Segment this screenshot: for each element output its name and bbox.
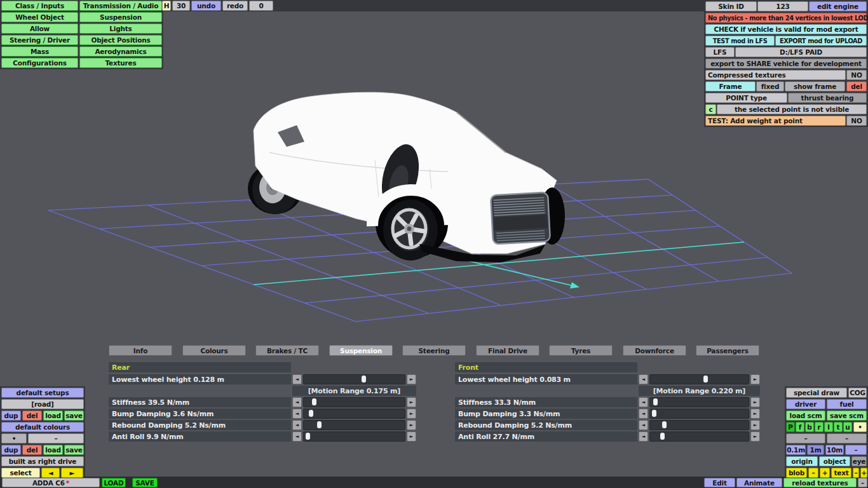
setup-save-button[interactable]: save bbox=[64, 410, 84, 421]
lfs-path[interactable]: D:/LFS PAID bbox=[735, 47, 867, 57]
eye-button[interactable]: eye bbox=[851, 456, 867, 466]
slider-right-arrow[interactable]: ► bbox=[407, 431, 416, 442]
built-right-drive-toggle[interactable]: built as right drive bbox=[1, 456, 84, 466]
skin-id-value[interactable]: 123 bbox=[757, 1, 808, 11]
tab-colours[interactable]: Colours bbox=[182, 345, 246, 356]
lfs-button[interactable]: LFS bbox=[705, 47, 735, 57]
frame-fixed-button[interactable]: fixed bbox=[756, 81, 784, 92]
flag-f-button[interactable]: f bbox=[796, 422, 804, 432]
slider-left-arrow[interactable]: ◄ bbox=[292, 397, 302, 407]
flag-dot-button[interactable]: • bbox=[853, 422, 867, 432]
text-plus-button[interactable]: + bbox=[860, 468, 867, 478]
menu-suspension[interactable]: Suspension bbox=[79, 12, 162, 22]
test-weight-toggle[interactable]: NO bbox=[846, 116, 867, 126]
reload-textures-button[interactable]: reload textures bbox=[783, 478, 857, 487]
menu-configurations[interactable]: Configurations bbox=[1, 58, 78, 68]
tab-brakes-tc[interactable]: Brakes / TC bbox=[255, 345, 319, 356]
menu-class-inputs[interactable]: Class / Inputs bbox=[1, 1, 78, 11]
select-button[interactable]: select bbox=[1, 468, 40, 478]
text-button[interactable]: text bbox=[831, 468, 851, 478]
slider-track[interactable] bbox=[649, 420, 749, 430]
cog-button[interactable]: COG bbox=[848, 388, 867, 398]
slider-track[interactable] bbox=[303, 397, 405, 407]
colour-load-button[interactable]: load bbox=[43, 445, 63, 455]
menu-aerodynamics[interactable]: Aerodynamics bbox=[79, 46, 162, 57]
test-weight-button[interactable]: TEST: Add weight at point bbox=[705, 116, 846, 126]
slider-thumb[interactable] bbox=[306, 433, 310, 440]
tab-downforce[interactable]: Downforce bbox=[623, 345, 686, 356]
tab-final-drive[interactable]: Final Drive bbox=[476, 345, 539, 356]
menu-steering-driver[interactable]: Steering / Driver bbox=[1, 35, 78, 45]
slider-right-arrow[interactable]: ► bbox=[407, 409, 416, 419]
slider-left-arrow[interactable]: ◄ bbox=[292, 431, 302, 442]
blob-button[interactable]: blob bbox=[786, 468, 807, 478]
setup-name[interactable]: [road] bbox=[1, 399, 84, 409]
slider-thumb[interactable] bbox=[312, 398, 316, 405]
menu-object-positions[interactable]: Object Positions bbox=[79, 35, 162, 45]
slider-track[interactable] bbox=[649, 409, 749, 419]
setup-dup-button[interactable]: dup bbox=[1, 410, 21, 421]
slider-left-arrow[interactable]: ◄ bbox=[292, 409, 302, 419]
slider-thumb[interactable] bbox=[703, 376, 708, 383]
text-minus-button[interactable]: – bbox=[853, 468, 859, 478]
setup-del-button[interactable]: del bbox=[22, 410, 42, 421]
colour-dot-button[interactable]: • bbox=[1, 433, 27, 444]
animate-mode-button[interactable]: Animate bbox=[736, 478, 782, 487]
setup-load-button[interactable]: load bbox=[43, 410, 63, 421]
slider-thumb[interactable] bbox=[652, 410, 656, 417]
c-button[interactable]: c bbox=[705, 104, 716, 114]
check-vehicle-button[interactable]: CHECK if vehicle is valid for mod export bbox=[705, 24, 867, 34]
tab-tyres[interactable]: Tyres bbox=[549, 345, 613, 356]
reload-dash-button[interactable]: – bbox=[858, 478, 867, 487]
point-type-value[interactable]: thrust bearing bbox=[788, 93, 867, 103]
colour-dup-button[interactable]: dup bbox=[1, 445, 21, 455]
slider-thumb[interactable] bbox=[653, 398, 658, 405]
tab-passengers[interactable]: Passengers bbox=[696, 345, 759, 356]
load-scm-button[interactable]: load scm bbox=[786, 410, 825, 421]
slider-thumb[interactable] bbox=[309, 410, 313, 417]
blob-minus-button[interactable]: – bbox=[808, 468, 818, 478]
colour-save-button[interactable]: save bbox=[64, 445, 84, 455]
compressed-textures-toggle[interactable]: NO bbox=[846, 70, 867, 80]
menu-transmission-audio[interactable]: Transmission / Audio bbox=[79, 1, 162, 11]
colour-del-button[interactable]: del bbox=[22, 445, 42, 455]
flag-r-button[interactable]: r bbox=[815, 422, 824, 432]
export-mod-button[interactable]: EXPORT mod for UPLOAD bbox=[775, 36, 867, 46]
slider-left-arrow[interactable]: ◄ bbox=[639, 397, 648, 407]
flag-p-button[interactable]: P bbox=[786, 422, 795, 432]
slider-right-arrow[interactable]: ► bbox=[750, 420, 760, 430]
dash-button-1[interactable]: – bbox=[786, 433, 825, 444]
select-next-button[interactable]: ► bbox=[61, 468, 83, 478]
slider-right-arrow[interactable]: ► bbox=[750, 374, 760, 384]
vehicle-name-button[interactable]: ADDA C6* bbox=[2, 478, 100, 487]
slider-right-arrow[interactable]: ► bbox=[750, 397, 760, 407]
driver-button[interactable]: driver bbox=[786, 399, 825, 409]
flag-t-button[interactable]: t bbox=[834, 422, 843, 432]
undo-button[interactable]: undo bbox=[191, 1, 221, 11]
slider-right-arrow[interactable]: ► bbox=[407, 374, 416, 384]
edit-engine-button[interactable]: edit engine bbox=[809, 1, 867, 11]
slider-thumb[interactable] bbox=[662, 421, 667, 428]
slider-left-arrow[interactable]: ◄ bbox=[639, 409, 648, 419]
test-mod-button[interactable]: TEST mod in LFS bbox=[705, 36, 775, 46]
slider-thumb[interactable] bbox=[317, 421, 322, 428]
load-button[interactable]: LOAD bbox=[102, 478, 126, 487]
menu-lights[interactable]: Lights bbox=[79, 24, 162, 34]
slider-track[interactable] bbox=[649, 397, 749, 407]
slider-track[interactable] bbox=[649, 431, 749, 442]
save-scm-button[interactable]: save scm bbox=[827, 410, 867, 421]
history-zero-button[interactable]: 0 bbox=[249, 1, 273, 11]
slider-track[interactable] bbox=[303, 409, 405, 419]
scale-10m-button[interactable]: 10m bbox=[825, 445, 844, 455]
history-h-button[interactable]: H bbox=[162, 1, 171, 11]
select-prev-button[interactable]: ◄ bbox=[41, 468, 60, 478]
menu-textures[interactable]: Textures bbox=[79, 58, 162, 68]
scale-1m-button[interactable]: 1m bbox=[807, 445, 824, 455]
show-frame-button[interactable]: show frame bbox=[785, 81, 845, 92]
slider-thumb[interactable] bbox=[362, 376, 366, 383]
save-button[interactable]: SAVE bbox=[132, 478, 158, 487]
slider-track[interactable] bbox=[649, 374, 749, 384]
edit-mode-button[interactable]: Edit bbox=[704, 478, 735, 487]
slider-right-arrow[interactable]: ► bbox=[407, 420, 416, 430]
default-setups-button[interactable]: default setups bbox=[1, 388, 84, 398]
